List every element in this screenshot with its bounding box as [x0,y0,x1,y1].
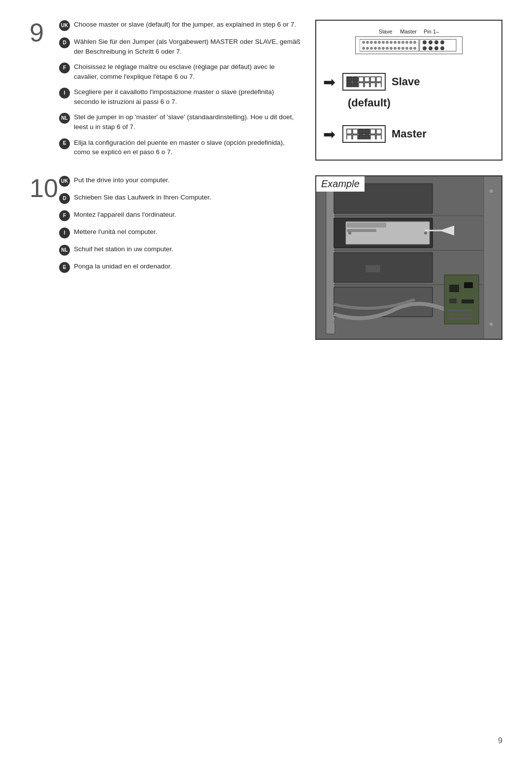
svg-rect-43 [376,77,381,82]
svg-rect-58 [359,135,364,139]
svg-point-24 [398,47,400,50]
lang-block-uk-10: UK Put the drive into your computer. [59,175,300,187]
lang-badge-nl-9: NL [59,113,70,124]
page-number: 9 [498,736,502,745]
svg-rect-59 [365,135,369,139]
svg-point-1 [362,41,365,44]
step-9: 9 UK Choose master or slave (default) fo… [30,20,502,161]
svg-point-27 [409,47,412,50]
connector-svg [360,38,458,52]
svg-point-22 [390,47,393,50]
svg-point-36 [434,46,438,50]
lang-text-f-9: Choisissez le réglage maître ou esclave … [74,62,300,81]
step-9-diagram: Slave Master Pin 1– [315,20,502,161]
svg-point-30 [423,40,427,44]
svg-rect-89 [448,317,473,320]
lang-badge-e-9: E [59,138,70,149]
svg-point-32 [434,40,438,44]
svg-rect-91 [385,266,395,271]
svg-point-16 [366,47,369,50]
svg-point-35 [429,46,432,50]
svg-point-7 [386,41,389,44]
svg-rect-90 [366,265,380,272]
svg-rect-56 [347,135,352,139]
lang-badge-i-9: I [59,88,70,99]
master-arrow-icon: ➡ [323,126,335,143]
svg-point-15 [362,47,365,50]
svg-point-5 [378,41,381,44]
svg-rect-40 [359,77,364,82]
svg-rect-38 [347,77,352,82]
svg-point-12 [405,41,408,44]
lang-text-d-10: Schieben Sie das Laufwerk in Ihren Compu… [74,193,300,202]
lang-badge-d-10: D [59,193,70,204]
svg-rect-52 [359,129,364,134]
svg-rect-60 [370,135,375,139]
svg-rect-86 [462,299,474,303]
lang-block-d-10: D Schieben Sie das Laufwerk in Ihren Com… [59,193,300,204]
master-jumper-row: ➡ [323,125,495,143]
svg-point-31 [429,40,432,44]
svg-rect-55 [376,129,381,134]
svg-point-10 [398,41,400,44]
svg-rect-49 [376,83,381,87]
lang-text-d-9: Wählen Sie für den Jumper (als Vorgabewe… [74,37,300,56]
svg-point-25 [401,47,404,50]
lang-badge-uk-10: UK [59,176,70,187]
svg-point-77 [489,189,493,193]
svg-point-20 [382,47,385,50]
svg-point-73 [424,231,427,234]
svg-rect-57 [353,135,358,139]
lang-badge-e-10: E [59,262,70,273]
example-illustration [316,176,502,339]
example-box: Example [315,175,502,340]
svg-point-34 [423,46,427,50]
svg-point-11 [401,41,404,44]
lang-text-i-9: Scegliere per il cavallotto l'impostazio… [74,87,300,106]
step-10-text: UK Put the drive into your computer. D S… [59,175,300,340]
svg-point-28 [413,47,416,50]
svg-rect-88 [448,313,473,316]
svg-rect-70 [347,223,386,228]
lang-badge-nl-10: NL [59,245,70,256]
lang-block-f-9: F Choisissez le réglage maître ou esclav… [59,62,300,81]
lang-block-nl-9: NL Stel de jumper in op 'master' of 'sla… [59,112,300,132]
lang-block-i-9: I Scegliere per il cavallotto l'impostaz… [59,87,300,106]
lang-badge-i-10: I [59,228,70,238]
svg-rect-54 [370,129,375,134]
svg-rect-0 [360,39,419,51]
step-9-text: UK Choose master or slave (default) for … [59,20,300,161]
svg-point-13 [409,41,412,44]
svg-point-78 [489,322,493,326]
lang-badge-f-10: F [59,210,70,221]
svg-rect-53 [365,129,369,134]
svg-point-21 [386,47,389,50]
svg-rect-44 [347,83,352,87]
svg-rect-51 [353,129,358,134]
lang-block-nl-10: NL Schuif het station in uw computer. [59,244,300,256]
svg-point-26 [405,47,408,50]
slave-jumper-grid [342,73,386,91]
svg-rect-47 [365,83,369,87]
svg-point-3 [370,41,373,44]
svg-rect-61 [376,135,381,139]
lang-badge-f-9: F [59,63,70,73]
svg-rect-50 [347,129,352,134]
lang-block-e-9: E Elija la configuración del puente en m… [59,138,300,157]
lang-block-i-10: I Mettere l'unità nel computer. [59,227,300,238]
svg-point-8 [390,41,393,44]
svg-point-2 [366,41,369,44]
lang-text-nl-9: Stel de jumper in op 'master' of 'slave'… [74,112,300,132]
lang-text-f-10: Montez l'appareil dans l'ordinateur. [74,210,300,220]
svg-point-18 [374,47,377,50]
step-9-content: UK Choose master or slave (default) for … [59,20,502,161]
svg-point-17 [370,47,373,50]
lang-badge-d-9: D [59,37,70,48]
svg-rect-84 [464,282,473,288]
lang-badge-uk-9: UK [59,20,70,31]
svg-point-4 [374,41,377,44]
lang-text-e-10: Ponga la unidad en el ordenador. [74,262,300,271]
connector-diagram: Slave Master Pin 1– [323,29,495,56]
lang-text-uk-10: Put the drive into your computer. [74,175,300,185]
connector-outer [355,36,463,54]
